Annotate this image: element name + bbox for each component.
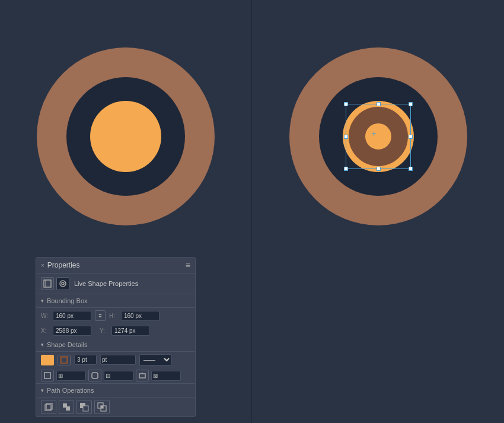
ring-shape[interactable]: [349, 107, 408, 166]
right-canvas: [252, 0, 504, 423]
path-op-add-btn[interactable]: [59, 400, 74, 414]
tab-live-shape-label: Live Shape Properties: [74, 280, 138, 287]
bounding-box-header[interactable]: ▾ Bounding Box: [36, 294, 195, 308]
left-canvas-area: [0, 18, 251, 255]
svg-rect-0: [44, 280, 51, 287]
svg-rect-6: [139, 374, 145, 378]
w-input[interactable]: [53, 311, 91, 321]
tab-live-shape-icon[interactable]: [56, 277, 69, 290]
h-label: H:: [109, 313, 117, 319]
left-canvas: × Properties ≡ Live Shape Properties: [0, 0, 252, 423]
tab-canvas-icon[interactable]: [41, 277, 54, 290]
align2-select[interactable]: ⊠: [151, 371, 181, 381]
path-op-subtract-btn[interactable]: [76, 400, 92, 414]
x-label: X:: [41, 327, 49, 334]
right-canvas-area: [252, 18, 504, 255]
path-ops-chevron-icon: ▾: [41, 387, 44, 393]
svg-rect-13: [83, 406, 88, 411]
svg-rect-4: [44, 373, 50, 379]
right-circles: [289, 47, 467, 225]
close-icon[interactable]: ×: [41, 262, 44, 269]
path-ops-header[interactable]: ▾ Path Operations: [36, 384, 195, 397]
stroke-preview: [60, 356, 68, 364]
rect-shape-btn[interactable]: [41, 370, 54, 381]
panel-tabs: Live Shape Properties: [36, 273, 195, 294]
h-input[interactable]: [121, 311, 160, 321]
wh-fields-row: W: H:: [36, 308, 195, 323]
svg-point-3: [62, 282, 64, 285]
panel-titlebar: × Properties ≡: [36, 257, 195, 273]
left-circle-inner: [90, 101, 161, 172]
y-input[interactable]: [111, 326, 150, 336]
shape-chevron-icon: ▾: [41, 342, 44, 348]
svg-rect-11: [66, 406, 70, 411]
shape-icon-row: ⊞ ⊟ ⊠: [36, 368, 195, 383]
shape-details-label: Shape Details: [47, 341, 88, 348]
corner-select[interactable]: ⊟: [104, 371, 133, 381]
stroke-line-select[interactable]: —— - - -: [139, 354, 172, 365]
link-dimensions-icon[interactable]: [95, 310, 106, 321]
color-stroke-row: pt px —— - - -: [36, 352, 195, 368]
shape-align-select[interactable]: ⊞: [56, 371, 86, 381]
path-ops-label: Path Operations: [47, 387, 94, 394]
svg-point-2: [60, 281, 66, 287]
path-op-intersect-btn[interactable]: [94, 400, 110, 414]
panel-title: Properties: [47, 261, 80, 269]
chevron-icon: ▾: [41, 298, 44, 304]
stroke-unit-select[interactable]: pt px: [100, 355, 136, 365]
path-ops-buttons-row: [36, 397, 195, 416]
align-shape-btn[interactable]: [136, 370, 149, 381]
corner-shape-btn[interactable]: [88, 370, 101, 381]
panel-menu-icon[interactable]: ≡: [186, 260, 190, 270]
bounding-box-label: Bounding Box: [47, 297, 88, 304]
properties-panel: × Properties ≡ Live Shape Properties: [36, 257, 196, 417]
xy-fields-row: X: Y:: [36, 323, 195, 338]
stroke-width-input[interactable]: [74, 355, 97, 365]
w-label: W:: [41, 313, 49, 319]
y-label: Y:: [100, 327, 108, 334]
x-input[interactable]: [53, 326, 91, 336]
fill-color-swatch[interactable]: [41, 355, 54, 365]
shape-details-header[interactable]: ▾ Shape Details: [36, 338, 195, 352]
left-circles: [37, 47, 215, 225]
svg-rect-5: [92, 373, 98, 379]
svg-rect-16: [101, 406, 103, 408]
path-op-new-layer-btn[interactable]: [41, 400, 56, 414]
stroke-icon[interactable]: [58, 355, 71, 365]
panel-titlebar-left: × Properties: [41, 261, 80, 269]
